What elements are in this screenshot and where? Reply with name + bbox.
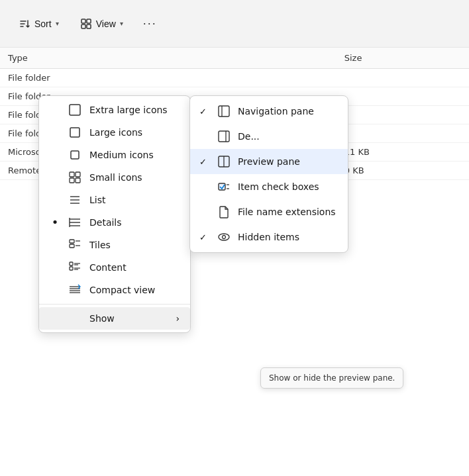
submenu-item-item-checkboxes[interactable]: Item check boxes <box>190 174 348 199</box>
cell-size <box>337 124 469 143</box>
file-ext-icon <box>217 205 231 219</box>
show-submenu: ✓ Navigation pane De... ✓ <box>189 95 348 253</box>
menu-item-small[interactable]: Small icons <box>39 166 190 189</box>
submenu-label-item-checkboxes: Item check boxes <box>238 181 339 192</box>
menu-label-extra-large: Extra large icons <box>89 105 180 115</box>
small-icon <box>68 171 81 184</box>
menu-item-details[interactable]: • Details <box>39 211 190 234</box>
svg-rect-34 <box>219 131 229 142</box>
menu-item-tiles[interactable]: Tiles <box>39 234 190 256</box>
check-navigation-pane: ✓ <box>199 107 210 117</box>
submenu-label-details-pane: De... <box>238 131 339 142</box>
nav-pane-icon <box>217 104 231 119</box>
cell-size: 0 KB <box>337 162 469 180</box>
more-button[interactable]: ··· <box>136 13 164 34</box>
list-icon <box>68 193 81 207</box>
col-size: Size <box>337 48 469 69</box>
check-preview-pane: ✓ <box>199 157 210 167</box>
menu-item-content[interactable]: Content <box>39 256 190 279</box>
menu-item-extra-large[interactable]: Extra large icons <box>39 99 190 121</box>
menu-label-content: Content <box>89 262 180 273</box>
sort-button[interactable]: Sort ▾ <box>11 14 67 34</box>
svg-rect-3 <box>87 24 91 28</box>
submenu-label-hidden-items: Hidden items <box>238 232 339 242</box>
svg-point-41 <box>219 234 229 240</box>
view-menu: Extra large icons Large icons Medium ico… <box>38 95 191 333</box>
svg-point-42 <box>223 236 226 239</box>
menu-label-large: Large icons <box>89 127 180 138</box>
tooltip: Show or hide the preview pane. <box>260 367 403 389</box>
more-label: ··· <box>143 17 157 30</box>
cell-size <box>337 106 469 124</box>
cell-type: File folder <box>0 69 337 87</box>
tooltip-text: Show or hide the preview pane. <box>269 373 395 383</box>
svg-rect-6 <box>71 151 79 159</box>
view-button[interactable]: View ▾ <box>72 14 131 34</box>
svg-rect-25 <box>70 267 73 270</box>
menu-label-list: List <box>89 195 180 205</box>
tiles-icon <box>68 238 81 252</box>
menu-label-show: Show <box>89 313 168 324</box>
svg-rect-5 <box>70 128 79 137</box>
svg-rect-2 <box>81 24 85 28</box>
menu-item-medium[interactable]: Medium icons <box>39 144 190 166</box>
check-hidden-items: ✓ <box>199 232 210 242</box>
extra-large-icon <box>68 103 81 117</box>
cell-size <box>337 87 469 106</box>
cell-size: 11 KB <box>337 143 469 162</box>
submenu-item-hidden-items[interactable]: ✓ Hidden items <box>190 224 348 250</box>
submenu-item-preview-pane[interactable]: ✓ Preview pane <box>190 149 348 174</box>
compact-icon <box>68 283 81 297</box>
sort-icon <box>19 18 30 30</box>
svg-rect-18 <box>70 240 74 243</box>
sort-chevron: ▾ <box>56 20 59 27</box>
svg-rect-32 <box>219 106 229 117</box>
svg-rect-20 <box>70 244 74 248</box>
col-type: Type <box>0 48 337 69</box>
menu-label-medium: Medium icons <box>89 150 180 160</box>
submenu-label-file-name-extensions: File name extensions <box>238 207 339 217</box>
menu-item-list[interactable]: List <box>39 189 190 211</box>
content-icon <box>68 261 81 274</box>
menu-label-compact: Compact view <box>89 285 180 295</box>
view-label: View <box>96 19 116 29</box>
svg-rect-0 <box>81 19 85 23</box>
menu-label-small: Small icons <box>89 172 180 183</box>
svg-rect-8 <box>76 172 80 177</box>
large-icon <box>68 126 81 139</box>
show-submenu-chevron: › <box>176 313 180 324</box>
details-icon <box>68 216 81 229</box>
toolbar: Sort ▾ View ▾ ··· <box>0 0 469 48</box>
table-row[interactable]: File folder <box>0 69 469 87</box>
menu-label-details: Details <box>89 217 180 228</box>
submenu-label-navigation-pane: Navigation pane <box>238 106 339 117</box>
submenu-item-file-name-extensions[interactable]: File name extensions <box>190 199 348 224</box>
svg-rect-22 <box>70 262 73 265</box>
bullet-details: • <box>50 216 60 228</box>
submenu-item-details-pane[interactable]: De... <box>190 124 348 149</box>
submenu-label-preview-pane: Preview pane <box>238 156 339 167</box>
cell-size <box>337 69 469 87</box>
menu-label-tiles: Tiles <box>89 240 180 250</box>
details-pane-icon <box>217 129 231 144</box>
submenu-item-navigation-pane[interactable]: ✓ Navigation pane <box>190 99 348 124</box>
menu-item-large[interactable]: Large icons <box>39 121 190 144</box>
view-chevron: ▾ <box>120 20 123 27</box>
svg-rect-10 <box>76 178 80 183</box>
svg-rect-1 <box>87 19 91 23</box>
svg-rect-4 <box>70 105 80 115</box>
menu-item-compact[interactable]: Compact view <box>39 279 190 301</box>
medium-icon <box>68 148 81 162</box>
menu-divider <box>39 304 190 305</box>
view-icon <box>80 18 92 30</box>
main-area: Type Size File folderFile folderFile fol… <box>0 48 469 476</box>
svg-rect-9 <box>70 178 74 183</box>
sort-label: Sort <box>34 19 52 29</box>
checkbox-icon <box>217 179 231 194</box>
preview-pane-icon <box>217 154 231 169</box>
hidden-icon <box>217 230 231 244</box>
show-icon <box>68 312 81 325</box>
svg-rect-7 <box>70 172 74 177</box>
menu-item-show[interactable]: Show › <box>39 307 190 330</box>
